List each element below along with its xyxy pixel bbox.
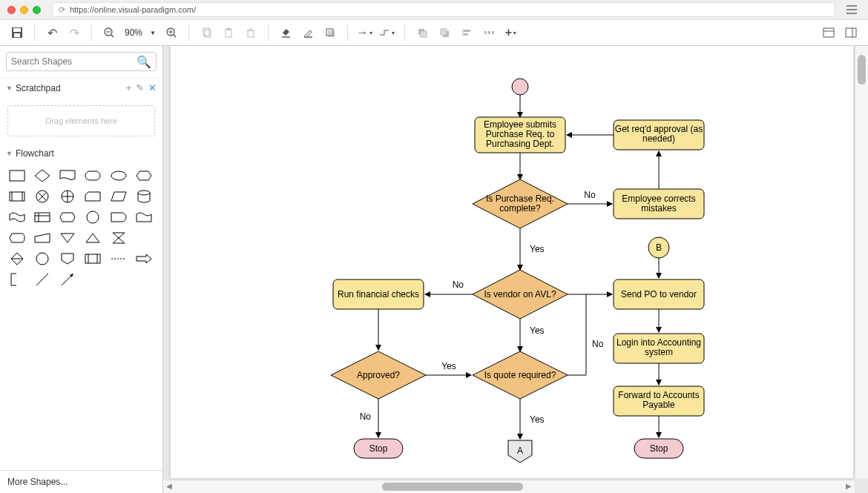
horizontal-scrollbar[interactable]: ◀ ▶ xyxy=(163,480,855,493)
shape-or[interactable] xyxy=(58,188,77,205)
node-stop2-label: Stop xyxy=(650,443,668,454)
shape-annotation[interactable] xyxy=(7,271,27,288)
shape-circle[interactable] xyxy=(83,209,102,225)
delete-button[interactable] xyxy=(241,23,260,42)
add-scratch-icon[interactable]: + xyxy=(125,82,131,93)
svg-text:Employee submitsPurchase Req. : Employee submitsPurchase Req. toPurchasi… xyxy=(484,119,556,149)
shape-loop[interactable] xyxy=(58,209,77,225)
shape-delay[interactable] xyxy=(109,209,128,225)
svg-rect-65 xyxy=(85,254,100,263)
shape-merge[interactable] xyxy=(58,230,77,246)
shape-circle2[interactable] xyxy=(33,251,52,267)
shadow-button[interactable] xyxy=(320,23,340,42)
shape-tape[interactable] xyxy=(7,209,27,225)
vertical-scrollbar[interactable] xyxy=(855,46,868,478)
hscroll-right-arrow[interactable]: ▶ xyxy=(846,482,852,490)
shape-transfer[interactable] xyxy=(109,251,128,267)
zoom-level[interactable]: 90%▼ xyxy=(122,27,159,38)
shape-hexagon[interactable] xyxy=(134,168,154,184)
shape-display[interactable] xyxy=(7,230,27,246)
zoom-out-icon xyxy=(104,27,114,38)
shape-cylinder[interactable] xyxy=(134,188,154,205)
shape-terminator[interactable] xyxy=(83,168,102,184)
shape-extract[interactable] xyxy=(83,230,102,246)
copy-button[interactable] xyxy=(197,23,216,42)
chevron-down-icon: ▼ xyxy=(6,150,13,157)
tofront-button[interactable] xyxy=(412,23,432,42)
shape-predefined[interactable] xyxy=(7,188,27,205)
shape-document[interactable] xyxy=(58,168,77,184)
scratchpad-header[interactable]: ▼ Scratchpad + ✎ ✕ xyxy=(0,78,162,98)
svg-marker-39 xyxy=(137,171,151,180)
shape-search-input[interactable] xyxy=(11,56,137,67)
flowchart-header[interactable]: ▼ Flowchart xyxy=(0,144,162,163)
svg-marker-60 xyxy=(113,233,125,243)
svg-point-51 xyxy=(138,191,150,195)
svg-rect-31 xyxy=(823,28,834,37)
shape-stored[interactable] xyxy=(83,251,102,267)
canvas-area: Employee submitsPurchase Req. toPurchasi… xyxy=(163,46,868,493)
scratchpad-hint: Drag elements here xyxy=(45,116,117,125)
add-button[interactable]: +▼ xyxy=(502,23,521,42)
shadow-icon xyxy=(325,27,335,38)
node-sendpo-label: Send PO to vendor xyxy=(621,289,697,300)
shape-card[interactable] xyxy=(83,188,102,205)
reload-icon[interactable]: ⟳ xyxy=(59,5,65,15)
shape-search[interactable]: 🔍 xyxy=(6,52,157,71)
edit-scratch-icon[interactable]: ✎ xyxy=(136,82,144,93)
shape-line[interactable] xyxy=(33,271,52,288)
svg-rect-14 xyxy=(248,30,254,37)
close-scratch-icon[interactable]: ✕ xyxy=(148,82,157,93)
minimize-window-button[interactable] xyxy=(20,6,28,14)
flowchart-diagram[interactable]: Employee submitsPurchase Req. toPurchasi… xyxy=(171,46,853,478)
node-start[interactable] xyxy=(512,79,528,95)
zoom-in-button[interactable] xyxy=(162,23,181,42)
stroke-color-button[interactable] xyxy=(298,23,318,42)
hscroll-left-arrow[interactable]: ◀ xyxy=(166,482,172,490)
zoom-out-button[interactable] xyxy=(99,23,119,42)
maximize-window-button[interactable] xyxy=(33,6,41,14)
svg-marker-36 xyxy=(35,170,50,182)
shape-parallelogram[interactable] xyxy=(109,188,128,205)
undo-button[interactable]: ↶ xyxy=(42,23,62,42)
redo-button[interactable]: ↷ xyxy=(65,23,84,42)
paste-button[interactable] xyxy=(219,23,238,42)
canvas[interactable]: Employee submitsPurchase Req. toPurchasi… xyxy=(171,46,853,478)
scratchpad-dropzone[interactable]: Drag elements here xyxy=(7,105,155,136)
shape-internal[interactable] xyxy=(33,209,52,225)
toback-button[interactable] xyxy=(435,23,454,42)
node-quote-label: Is quote required? xyxy=(484,370,556,380)
close-window-button[interactable] xyxy=(7,6,16,14)
shape-ellipse[interactable] xyxy=(109,168,128,184)
connection-style-button[interactable]: →▼ xyxy=(355,23,375,42)
svg-rect-2 xyxy=(14,33,20,37)
shape-offpage[interactable] xyxy=(58,251,77,267)
save-button[interactable] xyxy=(7,23,27,42)
shape-manual-input[interactable] xyxy=(33,230,52,246)
svg-line-70 xyxy=(36,274,48,285)
waypoint-button[interactable]: ▼ xyxy=(378,23,397,42)
url-bar[interactable]: ⟳ https://online.visual-paradigm.com/ xyxy=(52,2,835,17)
shape-diamond[interactable] xyxy=(33,168,52,184)
distribute-button[interactable] xyxy=(479,23,499,42)
align-button[interactable] xyxy=(457,23,476,42)
shape-nocircle[interactable] xyxy=(33,188,52,205)
shape-arrow[interactable] xyxy=(134,251,154,267)
format-panel-button[interactable] xyxy=(819,23,838,42)
shape-arrow-line[interactable] xyxy=(58,271,77,288)
search-icon[interactable]: 🔍 xyxy=(137,55,151,69)
fill-color-button[interactable] xyxy=(276,23,295,42)
shape-rect[interactable] xyxy=(7,168,27,184)
chevron-down-icon: ▼ xyxy=(6,85,13,92)
shape-punched[interactable] xyxy=(134,209,154,225)
shape-sort[interactable] xyxy=(7,251,27,267)
svg-rect-20 xyxy=(328,30,335,37)
menu-hamburger-icon[interactable] xyxy=(843,5,861,14)
outline-panel-button[interactable] xyxy=(841,23,861,42)
hscroll-thumb[interactable] xyxy=(382,483,523,491)
zoom-in-icon xyxy=(166,27,177,38)
more-shapes-button[interactable]: More Shapes... xyxy=(0,470,162,493)
svg-rect-18 xyxy=(304,36,312,38)
shape-collate[interactable] xyxy=(109,230,128,246)
vscroll-thumb[interactable] xyxy=(858,55,866,85)
